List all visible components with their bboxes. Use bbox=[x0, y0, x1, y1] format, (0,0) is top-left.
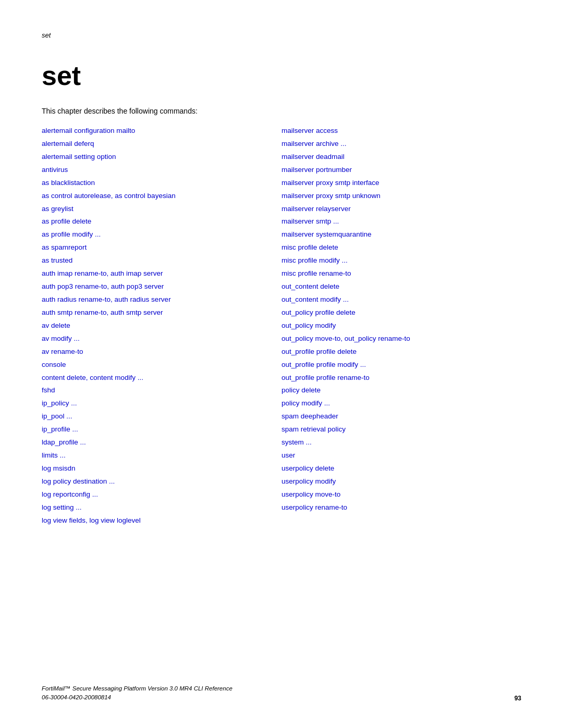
footer-line2: 06-30004-0420-20080814 bbox=[42, 693, 232, 702]
right-command-link[interactable]: out_profile profile modify ... bbox=[282, 360, 521, 371]
right-command-link[interactable]: system ... bbox=[282, 437, 521, 448]
left-command-link[interactable]: as greylist bbox=[42, 204, 282, 215]
right-command-link[interactable]: out_profile profile delete bbox=[282, 347, 521, 357]
left-command-link[interactable]: as trusted bbox=[42, 255, 282, 266]
left-column: alertemail configuration mailtoalertemai… bbox=[42, 126, 282, 526]
left-command-link[interactable]: antivirus bbox=[42, 165, 282, 176]
right-command-link[interactable]: user bbox=[282, 450, 521, 461]
left-command-link[interactable]: as control autorelease, as control bayes… bbox=[42, 191, 282, 202]
right-command-link[interactable]: userpolicy modify bbox=[282, 476, 521, 487]
left-command-link[interactable]: limits ... bbox=[42, 450, 282, 461]
left-command-link[interactable]: fshd bbox=[42, 385, 282, 396]
left-command-link[interactable]: as profile delete bbox=[42, 216, 282, 227]
right-command-link[interactable]: userpolicy move-to bbox=[282, 489, 521, 500]
right-command-link[interactable]: policy delete bbox=[282, 385, 521, 396]
left-command-link[interactable]: log view fields, log view loglevel bbox=[42, 515, 282, 526]
left-command-link[interactable]: as profile modify ... bbox=[42, 229, 282, 240]
right-command-link[interactable]: out_policy profile delete bbox=[282, 307, 521, 318]
left-command-link[interactable]: auth smtp rename-to, auth smtp server bbox=[42, 307, 282, 318]
right-command-link[interactable]: mailserver relayserver bbox=[282, 204, 521, 215]
left-command-link[interactable]: log reportconfig ... bbox=[42, 489, 282, 500]
left-command-link[interactable]: av delete bbox=[42, 320, 282, 331]
left-command-link[interactable]: alertemail setting option bbox=[42, 152, 282, 163]
right-command-link[interactable]: mailserver access bbox=[282, 126, 521, 137]
left-command-link[interactable]: content delete, content modify ... bbox=[42, 373, 282, 384]
left-command-link[interactable]: av modify ... bbox=[42, 334, 282, 344]
right-command-link[interactable]: mailserver deadmail bbox=[282, 152, 521, 163]
footer-line1: FortiMail™ Secure Messaging Platform Ver… bbox=[42, 684, 232, 693]
right-command-link[interactable]: out_content modify ... bbox=[282, 294, 521, 305]
page-title: set bbox=[42, 60, 521, 91]
page-header-label: set bbox=[42, 31, 521, 39]
footer-page-number: 93 bbox=[515, 695, 521, 702]
intro-text: This chapter describes the following com… bbox=[42, 107, 521, 115]
right-column: mailserver accessmailserver archive ...m… bbox=[282, 126, 521, 526]
footer-left: FortiMail™ Secure Messaging Platform Ver… bbox=[42, 684, 232, 702]
right-command-link[interactable]: mailserver portnumber bbox=[282, 165, 521, 176]
right-command-link[interactable]: spam retrieval policy bbox=[282, 424, 521, 435]
left-command-link[interactable]: auth radius rename-to, auth radius serve… bbox=[42, 294, 282, 305]
right-command-link[interactable]: spam deepheader bbox=[282, 411, 521, 422]
right-command-link[interactable]: mailserver systemquarantine bbox=[282, 229, 521, 240]
right-command-link[interactable]: userpolicy delete bbox=[282, 463, 521, 474]
right-command-link[interactable]: out_content delete bbox=[282, 281, 521, 292]
page-footer: FortiMail™ Secure Messaging Platform Ver… bbox=[42, 684, 521, 702]
left-command-link[interactable]: auth imap rename-to, auth imap server bbox=[42, 268, 282, 279]
commands-grid: alertemail configuration mailtoalertemai… bbox=[42, 126, 521, 526]
left-command-link[interactable]: console bbox=[42, 360, 282, 371]
left-command-link[interactable]: ip_profile ... bbox=[42, 424, 282, 435]
right-command-link[interactable]: misc profile modify ... bbox=[282, 255, 521, 266]
right-command-link[interactable]: mailserver proxy smtp interface bbox=[282, 178, 521, 189]
left-command-link[interactable]: ip_pool ... bbox=[42, 411, 282, 422]
left-command-link[interactable]: ldap_profile ... bbox=[42, 437, 282, 448]
left-command-link[interactable]: log policy destination ... bbox=[42, 476, 282, 487]
left-command-link[interactable]: as spamreport bbox=[42, 242, 282, 253]
right-command-link[interactable]: mailserver smtp ... bbox=[282, 216, 521, 227]
right-command-link[interactable]: mailserver archive ... bbox=[282, 139, 521, 150]
right-command-link[interactable]: misc profile rename-to bbox=[282, 268, 521, 279]
right-command-link[interactable]: out_policy modify bbox=[282, 320, 521, 331]
left-command-link[interactable]: log setting ... bbox=[42, 502, 282, 513]
left-command-link[interactable]: auth pop3 rename-to, auth pop3 server bbox=[42, 281, 282, 292]
left-command-link[interactable]: av rename-to bbox=[42, 347, 282, 357]
right-command-link[interactable]: out_profile profile rename-to bbox=[282, 373, 521, 384]
left-command-link[interactable]: alertemail deferq bbox=[42, 139, 282, 150]
right-command-link[interactable]: userpolicy rename-to bbox=[282, 502, 521, 513]
right-command-link[interactable]: out_policy move-to, out_policy rename-to bbox=[282, 334, 521, 344]
left-command-link[interactable]: alertemail configuration mailto bbox=[42, 126, 282, 137]
right-command-link[interactable]: policy modify ... bbox=[282, 398, 521, 409]
right-command-link[interactable]: mailserver proxy smtp unknown bbox=[282, 191, 521, 202]
left-command-link[interactable]: as blacklistaction bbox=[42, 178, 282, 189]
left-command-link[interactable]: log msisdn bbox=[42, 463, 282, 474]
right-command-link[interactable]: misc profile delete bbox=[282, 242, 521, 253]
left-command-link[interactable]: ip_policy ... bbox=[42, 398, 282, 409]
